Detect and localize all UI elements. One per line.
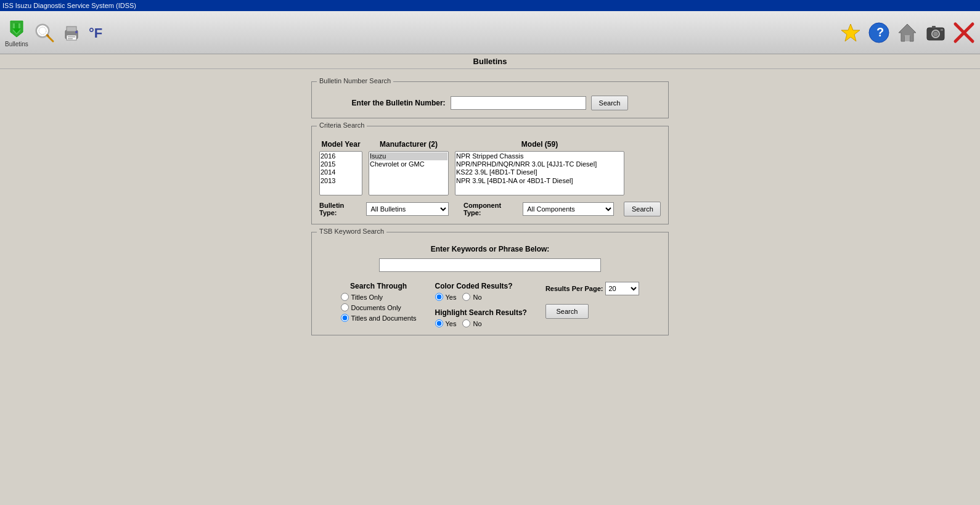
documents-only-radio[interactable] [341, 303, 349, 311]
search-through-label: Search Through [341, 282, 417, 290]
titles-only-row: Titles Only [341, 293, 417, 301]
highlight-group: Highlight Search Results? Yes No [435, 308, 527, 327]
main-content: Bulletin Number Search Enter the Bulleti… [0, 69, 980, 504]
bulletin-number-section: Bulletin Number Search Enter the Bulleti… [311, 81, 669, 118]
highlight-yes-label: Yes [446, 320, 457, 327]
bulletin-number-input[interactable] [451, 96, 586, 110]
results-per-page-label: Results Per Page: [545, 285, 603, 292]
model-header: Model (59) [455, 140, 624, 149]
color-no-radio[interactable] [462, 293, 470, 301]
close-icon [953, 22, 975, 44]
title-bar-text: ISS Isuzu Diagnostic Service System (IDS… [2, 2, 136, 9]
svg-point-12 [75, 31, 78, 33]
highlight-no-row: No [462, 319, 481, 327]
toolbar: Bulletins [0, 11, 980, 54]
tsb-keyword-label-row: Enter Keywords or Phrase Below: [319, 245, 661, 253]
bulletin-type-dropdown[interactable]: All Bulletins [366, 202, 449, 216]
tsb-keyword-input-row [319, 258, 661, 272]
bulletins-label: Bulletins [5, 41, 28, 47]
criteria-bottom: Bulletin Type: All Bulletins Component T… [319, 202, 661, 216]
help-button[interactable]: ? [868, 22, 890, 44]
favorites-button[interactable] [839, 22, 862, 44]
results-search-group: Results Per Page: 20 50 100 Search [545, 282, 640, 327]
titles-only-label: Titles Only [351, 294, 383, 301]
tsb-legend: TSB Keyword Search [317, 228, 386, 235]
criteria-section: Criteria Search Model Year 2016 2015 201… [311, 126, 669, 224]
svg-rect-25 [941, 29, 943, 31]
svg-text:?: ? [876, 25, 884, 39]
svg-rect-20 [905, 35, 910, 41]
color-coded-label: Color Coded Results? [435, 282, 527, 290]
highlight-no-radio[interactable] [462, 319, 470, 327]
highlight-no-label: No [473, 320, 481, 327]
title-bar: ISS Isuzu Diagnostic Service System (IDS… [0, 0, 980, 11]
svg-rect-10 [67, 27, 76, 31]
model-listbox-container: NPR Stripped Chassis NPR/NPRHD/NQR/NRR 3… [455, 151, 624, 195]
color-yes-row: Yes [435, 293, 457, 301]
temperature-icon: °F [88, 19, 115, 46]
color-yes-label: Yes [446, 294, 457, 301]
bulletins-tool-button[interactable]: Bulletins [5, 17, 28, 47]
close-button[interactable] [953, 22, 975, 44]
tsb-options-row: Search Through Titles Only Documents Onl… [319, 282, 661, 327]
svg-marker-16 [841, 24, 860, 41]
print-tool-button[interactable] [60, 22, 83, 44]
bulletin-number-search-button[interactable]: Search [591, 96, 629, 110]
search-tool-button[interactable] [33, 22, 55, 44]
model-listbox[interactable]: NPR Stripped Chassis NPR/NPRHD/NQR/NRR 3… [455, 151, 624, 195]
page-title: Bulletins [473, 57, 507, 66]
tsb-search-button-row: Search [545, 304, 589, 319]
bulletin-number-label: Enter the Bulletin Number: [352, 99, 446, 107]
results-per-page-row: Results Per Page: 20 50 100 [545, 282, 640, 295]
titles-only-radio[interactable] [341, 293, 349, 301]
tsb-search-button[interactable]: Search [545, 304, 589, 319]
manufacturer-listbox[interactable]: Isuzu Chevrolet or GMC [369, 151, 449, 195]
manufacturer-listbox-container: Isuzu Chevrolet or GMC [369, 151, 449, 195]
model-year-listbox[interactable]: 2016 2015 2014 2013 [319, 151, 362, 195]
camera-icon [925, 22, 947, 44]
titles-and-documents-label: Titles and Documents [351, 314, 417, 322]
color-coded-group: Color Coded Results? Yes No [435, 282, 527, 301]
tsb-keyword-input[interactable] [379, 258, 601, 272]
download-icon [6, 17, 28, 39]
tsb-keyword-label: Enter Keywords or Phrase Below: [431, 245, 550, 253]
svg-rect-13 [68, 36, 75, 38]
svg-point-23 [933, 31, 938, 36]
temperature-tool-button[interactable]: °F [88, 19, 115, 46]
bulletin-type-label: Bulletin Type: [319, 202, 361, 216]
results-per-page-dropdown[interactable]: 20 50 100 [605, 282, 639, 295]
highlight-options: Yes No [435, 319, 527, 327]
criteria-legend: Criteria Search [317, 121, 367, 129]
toolbar-right: ? [839, 22, 975, 44]
documents-only-label: Documents Only [351, 304, 401, 311]
home-icon [896, 22, 918, 44]
home-button[interactable] [896, 22, 918, 44]
star-icon [839, 22, 862, 44]
model-col: Model (59) NPR Stripped Chassis NPR/NPRH… [455, 140, 624, 195]
highlight-yes-row: Yes [435, 319, 457, 327]
tsb-keyword-section: TSB Keyword Search Enter Keywords or Phr… [311, 232, 669, 335]
highlight-yes-radio[interactable] [435, 319, 443, 327]
print-icon [60, 22, 83, 44]
search-through-group: Search Through Titles Only Documents Onl… [341, 282, 417, 327]
svg-rect-24 [932, 26, 936, 28]
svg-rect-11 [67, 35, 76, 40]
model-year-header: Model Year [319, 140, 362, 149]
color-coded-options: Yes No [435, 293, 527, 301]
color-yes-radio[interactable] [435, 293, 443, 301]
color-highlight-group: Color Coded Results? Yes No Highlight Se [435, 282, 527, 327]
model-year-listbox-container: 2016 2015 2014 2013 [319, 151, 362, 195]
color-no-label: No [473, 294, 481, 301]
highlight-label: Highlight Search Results? [435, 308, 527, 317]
component-type-label: Component Type: [463, 202, 518, 216]
svg-text:°F: °F [89, 25, 102, 41]
help-icon: ? [868, 22, 890, 44]
documents-only-row: Documents Only [341, 303, 417, 311]
magnifier-icon [33, 22, 55, 44]
screenshot-button[interactable] [925, 22, 947, 44]
svg-rect-14 [68, 38, 73, 39]
criteria-search-button[interactable]: Search [624, 202, 661, 216]
component-type-dropdown[interactable]: All Components [523, 202, 614, 216]
titles-and-documents-radio[interactable] [341, 314, 349, 322]
model-year-col: Model Year 2016 2015 2014 2013 [319, 140, 362, 195]
